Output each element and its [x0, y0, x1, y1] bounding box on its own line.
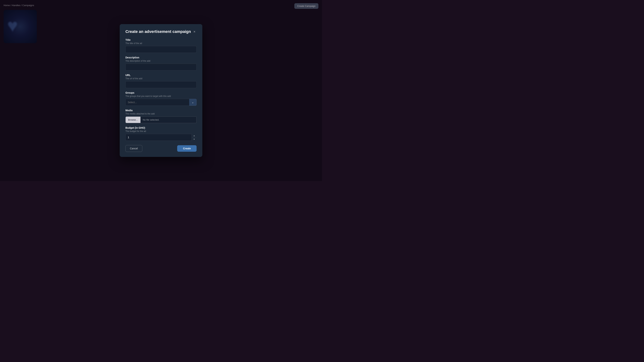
- media-label: Media: [126, 109, 196, 112]
- groups-field-group: Groups The groups that you want to targe…: [126, 91, 196, 106]
- budget-hint: The budget for the ad: [126, 130, 196, 132]
- modal-dialog: Create an advertisement campaign × Title…: [120, 24, 202, 157]
- budget-label: Budget (in GHO): [126, 126, 196, 129]
- file-input-wrapper: Browse... No file selected.: [126, 116, 196, 123]
- spinner-down-button[interactable]: ▼: [192, 138, 196, 141]
- groups-select-input[interactable]: [126, 99, 189, 106]
- create-button[interactable]: Create: [177, 145, 196, 152]
- media-field-group: Media The media attached to the add Brow…: [126, 109, 196, 123]
- budget-number-wrapper: ▲ ▼: [126, 134, 196, 141]
- media-hint: The media attached to the add: [126, 112, 196, 115]
- number-spinners: ▲ ▼: [192, 134, 196, 141]
- groups-select-wrapper: ⌄: [126, 99, 196, 106]
- description-field-group: Description The description of the add: [126, 56, 196, 70]
- url-label: URL: [126, 74, 196, 76]
- url-field-group: URL The url of the add: [126, 74, 196, 88]
- url-input[interactable]: [126, 81, 196, 88]
- modal-header: Create an advertisement campaign ×: [126, 29, 196, 34]
- budget-input[interactable]: [126, 134, 196, 141]
- groups-chevron-button[interactable]: ⌄: [189, 99, 196, 106]
- cancel-button[interactable]: Cancel: [126, 145, 142, 152]
- close-button[interactable]: ×: [192, 30, 196, 34]
- browse-button[interactable]: Browse...: [126, 117, 140, 123]
- modal-backdrop: Create an advertisement campaign × Title…: [0, 0, 322, 181]
- url-hint: The url of the add: [126, 77, 196, 80]
- description-input[interactable]: [126, 64, 196, 70]
- budget-field-group: Budget (in GHO) The budget for the ad ▲ …: [126, 126, 196, 141]
- spinner-up-button[interactable]: ▲: [192, 134, 196, 138]
- title-input[interactable]: [126, 46, 196, 53]
- description-hint: The description of the add: [126, 60, 196, 62]
- groups-label: Groups: [126, 91, 196, 94]
- title-hint: The title of the ad: [126, 42, 196, 44]
- modal-footer: Cancel Create: [126, 145, 196, 152]
- title-field-group: Title The title of the ad: [126, 38, 196, 53]
- file-name-display: No file selected.: [140, 117, 196, 123]
- chevron-down-icon: ⌄: [192, 101, 194, 104]
- title-label: Title: [126, 38, 196, 41]
- modal-title: Create an advertisement campaign: [126, 29, 191, 34]
- description-label: Description: [126, 56, 196, 59]
- groups-hint: The groups that you want to target with …: [126, 95, 196, 98]
